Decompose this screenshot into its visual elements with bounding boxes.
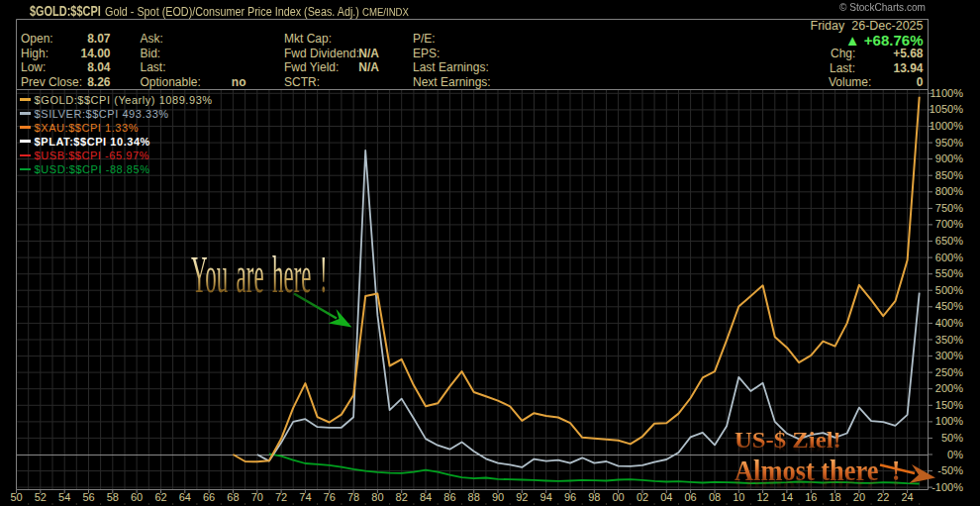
svg-text:1000%: 1000% (930, 120, 963, 132)
svg-text:52: 52 (35, 491, 47, 503)
svg-text:86: 86 (443, 491, 455, 503)
svg-text:550%: 550% (935, 267, 963, 279)
svg-text:16: 16 (805, 491, 817, 503)
svg-text:96: 96 (564, 491, 576, 503)
svg-text:250%: 250% (935, 366, 963, 378)
svg-text:-50%: -50% (937, 464, 963, 476)
svg-text:850%: 850% (935, 169, 963, 181)
svg-text:450%: 450% (935, 300, 963, 312)
svg-text:90: 90 (492, 491, 504, 503)
svg-text:84: 84 (420, 491, 432, 503)
svg-text:1050%: 1050% (930, 103, 963, 115)
svg-text:12: 12 (756, 491, 768, 503)
svg-text:68: 68 (227, 491, 239, 503)
svg-text:50%: 50% (941, 432, 963, 444)
svg-text:74: 74 (299, 491, 311, 503)
svg-text:22: 22 (877, 491, 889, 503)
svg-text:1100%: 1100% (931, 87, 964, 99)
svg-text:80: 80 (371, 491, 383, 503)
svg-text:750%: 750% (935, 202, 963, 214)
svg-text:58: 58 (107, 491, 119, 503)
svg-text:06: 06 (684, 491, 696, 503)
svg-text:18: 18 (829, 491, 840, 503)
svg-text:56: 56 (82, 491, 94, 503)
svg-text:800%: 800% (935, 185, 963, 197)
svg-text:98: 98 (588, 491, 600, 503)
svg-text:20: 20 (853, 491, 865, 503)
svg-text:150%: 150% (935, 399, 963, 411)
svg-text:10: 10 (733, 491, 744, 503)
svg-text:54: 54 (58, 491, 70, 503)
svg-text:60: 60 (131, 491, 143, 503)
svg-text:-100%: -100% (931, 481, 963, 493)
svg-text:02: 02 (637, 491, 648, 503)
svg-text:900%: 900% (935, 152, 963, 164)
svg-text:82: 82 (396, 491, 408, 503)
svg-text:500%: 500% (935, 284, 963, 296)
svg-text:76: 76 (324, 491, 336, 503)
svg-text:400%: 400% (935, 317, 963, 329)
svg-text:650%: 650% (935, 235, 963, 247)
svg-text:94: 94 (540, 491, 552, 503)
svg-text:78: 78 (347, 491, 359, 503)
svg-text:04: 04 (660, 491, 672, 503)
svg-text:0%: 0% (947, 449, 963, 460)
svg-text:14: 14 (781, 491, 793, 503)
svg-text:08: 08 (709, 491, 721, 503)
svg-text:300%: 300% (935, 350, 963, 361)
svg-text:100%: 100% (935, 415, 963, 427)
svg-text:50: 50 (10, 491, 22, 503)
svg-text:350%: 350% (935, 334, 963, 346)
svg-text:64: 64 (179, 491, 191, 503)
svg-text:24: 24 (901, 491, 913, 503)
svg-text:00: 00 (612, 491, 624, 503)
svg-text:200%: 200% (935, 382, 963, 394)
svg-text:88: 88 (468, 491, 480, 503)
svg-text:62: 62 (154, 491, 166, 503)
svg-text:950%: 950% (935, 137, 963, 149)
svg-text:72: 72 (275, 491, 287, 503)
svg-text:70: 70 (251, 491, 263, 503)
svg-text:66: 66 (203, 491, 215, 503)
svg-text:600%: 600% (935, 252, 963, 263)
svg-text:700%: 700% (935, 218, 963, 230)
svg-text:92: 92 (516, 491, 528, 503)
